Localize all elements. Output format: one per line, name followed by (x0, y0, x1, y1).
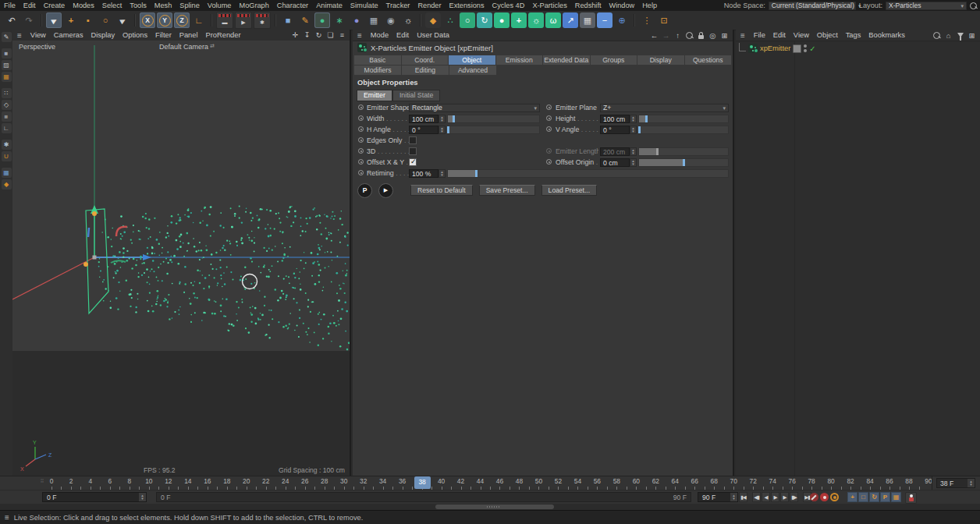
live-selection-tool[interactable]: ► (46, 12, 62, 28)
preview-icon[interactable]: ▶ (378, 183, 393, 198)
xp-group-icon[interactable]: − (597, 12, 612, 28)
enabled-check-icon[interactable]: ✓ (809, 44, 815, 53)
render-settings-button[interactable]: ✱ (254, 12, 271, 29)
add-spline-button[interactable]: ✎ (297, 12, 313, 28)
axis-mode-icon[interactable]: ∟ (2, 123, 12, 133)
search-icon[interactable] (970, 2, 977, 9)
undo-icon[interactable]: ↶ (4, 12, 20, 28)
range-end-input[interactable]: 90 F ▲▼ (698, 492, 738, 502)
tab-object[interactable]: Object (449, 55, 495, 65)
search-icon[interactable] (684, 30, 694, 41)
xparticles-logo-icon[interactable]: P (357, 183, 372, 198)
tab-questions[interactable]: Questions (685, 55, 732, 65)
new-panel-icon[interactable]: ⊞ (967, 30, 977, 41)
xp-navigator-icon[interactable]: ⊕ (614, 12, 630, 28)
forward-icon[interactable]: → (661, 30, 671, 41)
attributes-menu-mode[interactable]: Mode (367, 31, 392, 39)
xp-modifier-icon[interactable]: + (511, 12, 527, 28)
tab-display[interactable]: Display (637, 55, 684, 65)
menu-item-create[interactable]: Create (40, 2, 69, 9)
edges-mode-icon[interactable]: ◇ (2, 100, 12, 110)
workplane-snap-icon[interactable]: ◆ (2, 179, 12, 189)
workplane-icon[interactable]: ▦ (2, 72, 12, 82)
anim-dot[interactable] (358, 137, 364, 143)
height-slider[interactable] (638, 115, 729, 123)
autokey-toggle[interactable] (820, 493, 829, 501)
menu-item-edit[interactable]: Edit (20, 2, 40, 9)
record-rotation-toggle[interactable]: ↻ (869, 492, 879, 502)
anim-dot[interactable] (546, 104, 552, 110)
xp-system-icon[interactable]: ◆ (425, 12, 441, 28)
playhead[interactable]: 38 (414, 476, 431, 489)
retiming-slider[interactable] (447, 169, 729, 178)
tab-extended-data[interactable]: Extended Data (543, 55, 590, 65)
tab-emission[interactable]: Emission (496, 55, 543, 65)
xp-cache-icon[interactable]: ▦ (580, 12, 595, 28)
anim-dot[interactable] (358, 104, 364, 110)
x-axis-toggle[interactable]: X (140, 12, 155, 28)
scale-tool[interactable]: ▪ (80, 12, 96, 28)
tab-groups[interactable]: Groups (591, 55, 637, 65)
tab-advanced[interactable]: Advanced (449, 66, 496, 75)
record-parameter-toggle[interactable]: P (880, 492, 890, 502)
keyframe-selection-toggle[interactable] (830, 493, 839, 501)
attributes-menu-user-data[interactable]: User Data (413, 31, 453, 39)
points-mode-icon[interactable]: ∷ (2, 88, 12, 98)
menu-item-simulate[interactable]: Simulate (346, 2, 382, 9)
menu-item-spline[interactable]: Spline (176, 2, 204, 9)
menu-item-file[interactable]: File (0, 2, 20, 9)
menu-item-tracker[interactable]: Tracker (382, 2, 414, 9)
tab-modifiers[interactable]: Modifiers (354, 66, 401, 75)
model-mode-icon[interactable]: ■ (2, 48, 12, 58)
next-frame-button[interactable]: ▶ (780, 492, 789, 502)
menu-item-volume[interactable]: Volume (204, 2, 236, 9)
xparticles-system-button[interactable]: ● (314, 12, 330, 28)
layer-toggle[interactable] (793, 44, 801, 53)
make-editable-icon[interactable]: ✎ (2, 32, 12, 42)
anim-dot[interactable] (358, 148, 364, 154)
menu-item-animate[interactable]: Animate (312, 2, 346, 9)
xp-particles-icon[interactable]: ∴ (442, 12, 458, 28)
edges-only-checkbox[interactable] (409, 136, 417, 144)
save-preset-button[interactable]: Save Preset... (479, 185, 535, 196)
record-scale-toggle[interactable]: □ (858, 492, 868, 502)
om-menu-view[interactable]: View (790, 31, 813, 39)
quantize-icon[interactable]: ▦ (2, 168, 12, 178)
anim-dot[interactable] (546, 115, 552, 121)
maximize-view-icon[interactable]: ❏ (325, 30, 336, 41)
view-label[interactable]: Perspective (19, 43, 55, 51)
range-start-spinner[interactable]: ▲▼ (139, 493, 146, 501)
anim-dot[interactable] (358, 159, 364, 165)
menu-item-character[interactable]: Character (273, 2, 312, 9)
viewport-canvas[interactable]: Y Z X Perspective Default Camera ⇄ FPS :… (12, 41, 350, 476)
record-position-toggle[interactable]: + (847, 492, 858, 502)
move-tool[interactable]: + (63, 12, 79, 28)
viewport-menu-prorender[interactable]: ProRender (202, 31, 245, 39)
menu-item-mesh[interactable]: Mesh (151, 2, 176, 9)
prev-key-button[interactable]: ◀▮ (752, 492, 761, 502)
anim-dot[interactable] (358, 115, 364, 121)
menu-item-modes[interactable]: Modes (69, 2, 98, 9)
width-input[interactable]: 100 cm (409, 115, 439, 123)
menu-item-extensions[interactable]: Extensions (446, 2, 488, 9)
lock-icon[interactable] (696, 30, 706, 41)
current-frame-input[interactable]: 38 F ▲▼ (936, 478, 975, 488)
anim-dot[interactable] (358, 170, 364, 175)
om-menu-edit[interactable]: Edit (769, 31, 790, 39)
subtab-initial-state[interactable]: Initial State (392, 90, 441, 101)
render-picture-viewer-button[interactable]: ▶ (235, 12, 252, 29)
v-angle-slider[interactable] (638, 126, 729, 134)
panel-menu-icon[interactable]: ≡ (736, 31, 750, 40)
offset-xy-checkbox[interactable] (409, 158, 417, 166)
render-view-button[interactable]: ▬ (216, 12, 233, 29)
tab-editing[interactable]: Editing (402, 66, 449, 75)
redo-icon[interactable]: ↷ (21, 12, 37, 28)
height-spinner[interactable]: ▲▼ (630, 115, 637, 123)
v-angle-spinner[interactable]: ▲▼ (630, 126, 637, 134)
coord-system-toggle[interactable]: ∟ (191, 12, 207, 28)
xp-emitter-icon[interactable]: ○ (460, 12, 475, 28)
menu-item-mograph[interactable]: MoGraph (235, 2, 272, 9)
new-panel-icon[interactable]: ⊞ (719, 30, 730, 41)
xp-flow-icon[interactable]: ω (545, 12, 561, 28)
menu-item-window[interactable]: Window (605, 2, 639, 9)
